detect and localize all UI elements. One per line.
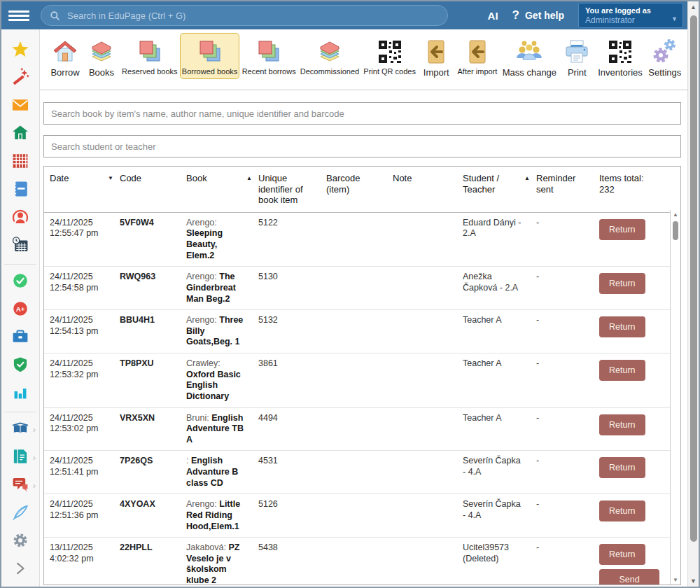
- sidebar-item-results-chart[interactable]: [6, 380, 34, 408]
- table-scrollbar[interactable]: ▲ ▼: [670, 210, 680, 584]
- cell-date: 24/11/2025 12:55:47 pm: [44, 213, 114, 267]
- column-header-student-teacher[interactable]: Student / Teacher▲: [457, 167, 531, 212]
- column-header-date[interactable]: Date▼: [44, 167, 114, 212]
- global-search-input[interactable]: [66, 10, 439, 22]
- sidebar-item-notes[interactable]: ›: [6, 444, 34, 472]
- sidebar-item-admin-shield[interactable]: [6, 352, 34, 380]
- mail-icon: [11, 96, 29, 117]
- sidebar-item-attendance[interactable]: [6, 268, 34, 296]
- cell-unique-identifier: 3861: [253, 354, 321, 407]
- return-button[interactable]: Return: [599, 219, 645, 240]
- sidebar-item-classbook[interactable]: [6, 176, 34, 204]
- sidebar-item-star[interactable]: [6, 36, 34, 64]
- import-icon: [422, 37, 450, 66]
- scroll-down-icon[interactable]: ▼: [671, 577, 680, 583]
- column-header-note[interactable]: Note: [387, 167, 457, 212]
- column-header-label: Note: [393, 173, 412, 183]
- toolbar-item-label: Settings: [648, 67, 681, 78]
- ai-button[interactable]: AI: [488, 10, 498, 22]
- book-author: Arengo:: [186, 315, 217, 325]
- return-button[interactable]: Return: [599, 457, 645, 478]
- toolbar-item-borrowed-books[interactable]: Borrowed books: [180, 33, 240, 79]
- sidebar-item-expand-chevron[interactable]: [6, 556, 34, 584]
- page-scroll-down-icon[interactable]: ▼: [688, 578, 699, 584]
- items-total: Items total:232: [594, 167, 680, 212]
- return-button[interactable]: Return: [599, 500, 645, 522]
- toolbar-item-decommissioned[interactable]: Decommissioned: [298, 33, 361, 79]
- toolbar-item-books[interactable]: Books: [83, 33, 120, 81]
- toolbar-item-label: Books: [89, 67, 114, 78]
- sidebar-item-profile[interactable]: [6, 204, 34, 232]
- column-header-label: Book: [186, 173, 207, 183]
- toolbar-item-label: After import: [457, 67, 497, 76]
- book-author: Arengo:: [186, 499, 217, 509]
- cell-barcode: [321, 451, 387, 493]
- library-icon: [11, 419, 29, 440]
- page-scroll-up-icon[interactable]: ▲: [688, 4, 699, 10]
- toolbar-item-settings[interactable]: Settings: [645, 33, 685, 81]
- toolbar-item-mass-change[interactable]: Mass change: [500, 33, 559, 81]
- get-help-button[interactable]: ? Get help: [512, 8, 564, 22]
- sidebar-item-timetable[interactable]: [6, 148, 34, 176]
- cell-date: 24/11/2025 12:54:58 pm: [44, 267, 114, 309]
- return-button[interactable]: Return: [599, 414, 645, 435]
- page-scrollbar-thumb[interactable]: [690, 15, 697, 542]
- toolbar-item-label: Mass change: [503, 67, 556, 78]
- table-scrollbar-thumb[interactable]: [673, 221, 678, 240]
- toolbar-item-reserved-books[interactable]: Reserved books: [120, 33, 180, 79]
- table-header: Date▼CodeBook▲Unique identifier of book …: [44, 167, 680, 213]
- column-header-code[interactable]: Code: [114, 167, 181, 212]
- return-button[interactable]: Return: [599, 273, 645, 294]
- toolbar-item-label: Print: [568, 67, 587, 78]
- toolbar-item-after-import[interactable]: After import: [454, 33, 500, 79]
- toolbar-item-recent-borrows[interactable]: Recent borrows: [239, 33, 298, 79]
- toolbar-item-print-qr-codes[interactable]: Print QR codes: [361, 33, 418, 79]
- sidebar-item-agenda[interactable]: [6, 324, 34, 352]
- toolbar-item-inventories[interactable]: Inventories: [595, 33, 645, 81]
- sidebar-item-planner[interactable]: [6, 232, 34, 260]
- agenda-icon: [11, 328, 29, 349]
- user-menu[interactable]: You are logged as Administrator ▼: [578, 3, 683, 28]
- cell-student-teacher: Ucitel39573 (Deleted): [457, 538, 531, 584]
- cell-code: TP8PXU: [114, 354, 181, 407]
- return-button[interactable]: Return: [599, 316, 645, 337]
- column-header-book[interactable]: Book▲: [181, 167, 253, 212]
- toolbar-item-import[interactable]: Import: [418, 33, 454, 81]
- cell-unique-identifier: 5130: [253, 267, 321, 309]
- cell-student-teacher: Severín Čapka - 4.A: [457, 451, 531, 493]
- sidebar-item-settings-gear[interactable]: [6, 528, 34, 556]
- book-author: Jakabová:: [186, 542, 226, 552]
- cell-student-teacher: Eduard Dányi - 2.A: [457, 213, 531, 267]
- column-header-barcode-item-[interactable]: Barcode (item): [321, 167, 387, 212]
- return-button[interactable]: Return: [599, 544, 645, 565]
- sidebar-item-creative-pen[interactable]: [6, 500, 34, 528]
- toolbar-item-borrow[interactable]: Borrow: [47, 33, 83, 81]
- sidebar-item-library[interactable]: ›: [6, 416, 34, 444]
- sidebar-item-magic-wand[interactable]: [6, 64, 34, 92]
- column-header-unique-identifier-of-book-item[interactable]: Unique identifier of book item: [253, 167, 321, 212]
- cell-actions: Return: [594, 310, 680, 353]
- cell-date: 24/11/2025 12:53:32 pm: [44, 354, 114, 407]
- column-header-reminder-sent[interactable]: Reminder sent: [531, 167, 594, 212]
- app-window: AI ? Get help You are logged as Administ…: [1, 1, 687, 587]
- send-reminder-button[interactable]: Send reminder: [599, 569, 659, 584]
- page-scrollbar[interactable]: ▲ ▼: [687, 1, 699, 587]
- hamburger-menu-icon[interactable]: [8, 7, 29, 24]
- cell-student-teacher: Teacher A: [457, 408, 531, 451]
- sidebar-item-home[interactable]: [6, 120, 34, 148]
- toolbar-item-label: Inventories: [598, 67, 643, 78]
- question-mark-icon: ?: [512, 8, 519, 22]
- toolbar-item-print[interactable]: Print: [559, 33, 595, 81]
- book-search-input[interactable]: [43, 102, 681, 125]
- person-search-input[interactable]: [43, 135, 681, 158]
- return-button[interactable]: Return: [599, 360, 645, 381]
- scroll-up-icon[interactable]: ▲: [671, 211, 680, 218]
- sidebar-item-messages[interactable]: ›: [6, 472, 34, 500]
- cell-reminder-sent: -: [531, 354, 594, 407]
- sidebar-item-mail[interactable]: [6, 92, 34, 120]
- cell-book: Arengo: Little Red Riding Hood,Elem.1: [181, 494, 253, 537]
- sidebar-item-grades[interactable]: A+: [6, 296, 34, 324]
- global-search[interactable]: [41, 5, 448, 26]
- table-row: 24/11/2025 12:53:32 pmTP8PXUCrawley: Oxf…: [44, 354, 680, 408]
- cell-reminder-sent: -: [531, 310, 594, 353]
